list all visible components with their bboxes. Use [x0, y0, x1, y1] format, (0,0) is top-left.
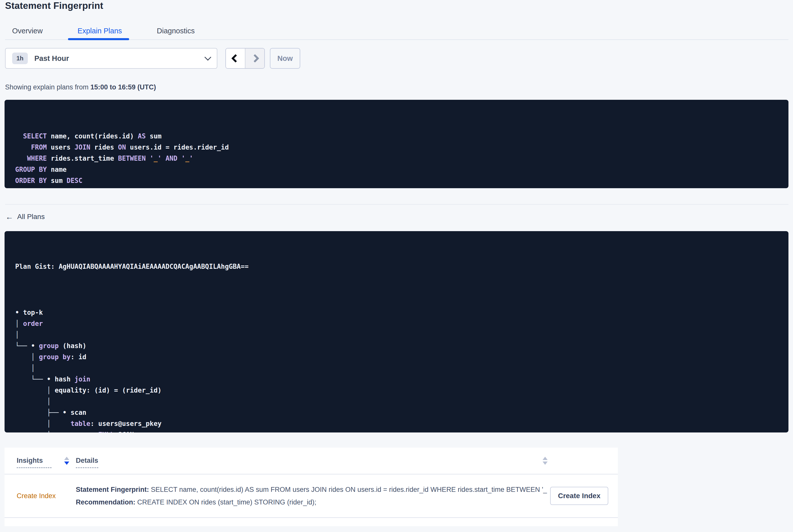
- time-range-label: Past Hour: [34, 54, 199, 63]
- details-line-2: Recommendation: CREATE INDEX ON rides (s…: [76, 496, 548, 509]
- now-button[interactable]: Now: [270, 48, 300, 69]
- plan-tree: • top-k│ order│└── • group (hash) │ grou…: [15, 307, 789, 433]
- page-title: Statement Fingerprint: [5, 0, 103, 11]
- details-cell: Statement Fingerprint: SELECT name, coun…: [76, 483, 548, 509]
- plan-gist-line: Plan Gist: AgHUAQIABQAAAAHYAQIAiAEAAAADC…: [15, 261, 789, 272]
- sql-code: SELECT name, count(rides.id) AS sum FROM…: [15, 131, 789, 188]
- details-line-1: Statement Fingerprint: SELECT name, coun…: [76, 483, 548, 496]
- time-arrow-group: [225, 48, 265, 69]
- statement-fingerprint-text: SELECT name, count(rides.id) AS sum FROM…: [149, 486, 548, 493]
- next-time-button[interactable]: [245, 49, 264, 68]
- insights-table-header: Insights Details: [4, 448, 618, 474]
- back-arrow-icon: ←: [5, 213, 13, 221]
- sort-icon-details[interactable]: [543, 457, 548, 465]
- time-controls: 1h Past Hour Now: [5, 48, 300, 69]
- sort-down-triangle: [64, 461, 69, 465]
- table-row: Create Index Statement Fingerprint: SELE…: [4, 474, 618, 518]
- sort-icon-insights[interactable]: [64, 457, 69, 465]
- tab-strip: Overview Explain Plans Diagnostics: [5, 22, 789, 40]
- sql-box: SELECT name, count(rides.id) AS sum FROM…: [4, 100, 789, 188]
- recommendation-text: CREATE INDEX ON rides (start_time) STORI…: [135, 498, 316, 506]
- explain-plans-subtitle: Showing explain plans from 15:00 to 16:5…: [5, 83, 156, 91]
- subtitle-prefix: Showing explain plans from: [5, 83, 91, 91]
- insights-card: Insights Details Create Index Statement …: [4, 448, 618, 526]
- chevron-right-icon: [251, 54, 259, 63]
- subtitle-range: 15:00 to 16:59 (UTC): [91, 83, 156, 91]
- section-divider: [5, 204, 789, 205]
- column-header-insights[interactable]: Insights: [17, 457, 52, 468]
- create-index-link[interactable]: Create Index: [17, 492, 56, 500]
- sort-up-triangle: [543, 457, 548, 460]
- tab-diagnostics[interactable]: Diagnostics: [157, 22, 195, 39]
- sort-up-triangle: [64, 457, 69, 460]
- all-plans-link[interactable]: ← All Plans: [5, 213, 45, 221]
- card-bottom-spacer: [4, 518, 618, 526]
- sort-down-triangle: [543, 461, 548, 465]
- time-range-dropdown[interactable]: 1h Past Hour: [5, 48, 217, 69]
- column-header-details[interactable]: Details: [76, 457, 98, 468]
- time-range-badge: 1h: [12, 53, 28, 64]
- statement-fingerprint-label: Statement Fingerprint:: [76, 486, 149, 493]
- create-index-button[interactable]: Create Index: [550, 487, 608, 505]
- tab-explain-plans[interactable]: Explain Plans: [78, 22, 122, 39]
- chevron-down-icon: [204, 54, 211, 61]
- tab-overview[interactable]: Overview: [12, 22, 43, 39]
- all-plans-label: All Plans: [17, 213, 45, 221]
- chevron-left-icon: [231, 54, 240, 63]
- recommendation-label: Recommendation:: [76, 498, 135, 506]
- plan-gist-box: Plan Gist: AgHUAQIABQAAAAHYAQIAiAEAAAADC…: [4, 231, 789, 433]
- prev-time-button[interactable]: [226, 49, 245, 68]
